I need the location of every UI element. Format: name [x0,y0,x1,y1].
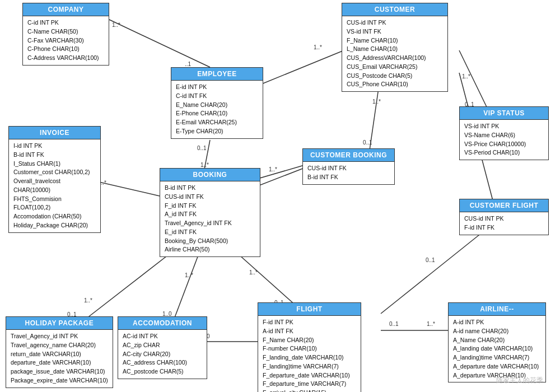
employee-header: EMPLOYEE [171,68,263,81]
company-entity: COMPANY C-id INT PK C-Name CHAR(50) C-Fa… [22,3,109,66]
customer-flight-header: CUSTOMER FLIGHT [460,199,548,212]
employee-entity: EMPLOYEE E-id INT PK C-id INT FK E_Name … [171,67,263,139]
svg-text:1..*: 1..* [112,22,120,28]
employee-body: E-id INT PK C-id INT FK E_Name CHAR(20) … [171,81,263,138]
holiday-package-entity: HOLIDAY PACKAGE Travel_Agency_id INT PK … [6,316,113,388]
svg-text:1..*: 1..* [427,321,435,327]
booking-header: BOOKING [160,169,260,181]
svg-text:1..*: 1..* [462,73,470,80]
erd-diagram: 1..* 0..1 ..1 1..* 1..* 0..1 1..* 0..1 1… [0,0,560,392]
holiday-package-body: Travel_Agency_id INT PK Travel_agency_na… [6,330,113,388]
svg-text:1..*: 1..* [200,162,209,168]
svg-line-14 [204,140,210,169]
invoice-entity: INVOICE I-id INT PK B-id INT FK I_Status… [8,126,101,233]
accomodation-header: ACCOMODATION [118,317,207,330]
customer-header: CUSTOMER [342,3,447,16]
booking-body: B-id INT PK CUS-id INT FK F_id INT FK A_… [160,181,260,256]
customer-booking-header: CUSTOMER BOOKING [303,149,394,162]
svg-text:1..*: 1..* [314,44,322,50]
holiday-package-header: HOLIDAY PACKAGE [6,317,113,330]
vip-status-entity: VIP STATUS VS-id INT PK VS-Name CHAR(6) … [459,106,549,160]
svg-text:0..1: 0..1 [363,139,372,146]
flight-header: FLIGHT [258,303,361,316]
customer-booking-entity: CUSTOMER BOOKING CUS-id INT FK B-id INT … [302,148,395,185]
customer-body: CUS-id INT PK VS-id INT FK F_Name CHAR(1… [342,16,447,91]
svg-line-9 [459,50,487,108]
company-body: C-id INT PK C-Name CHAR(50) C-Fax VARCHA… [23,16,109,65]
customer-flight-entity: CUSTOMER FLIGHT CUS-id INT PK F-id INT F… [459,199,549,235]
svg-text:1..*: 1..* [372,99,381,105]
accomodation-body: AC-id INT PK AC_zip CHAR AC-city CHAR(20… [118,330,207,379]
svg-text:0..1: 0..1 [389,321,399,327]
svg-text:1..*: 1..* [185,272,193,278]
customer-booking-body: CUS-id INT FK B-id INT FK [303,162,394,184]
airline-header: AIRLINE-- [449,303,545,316]
svg-text:1..*: 1..* [84,297,92,304]
svg-line-21 [84,246,179,320]
flight-body: F-id INT PK A-id INT FK F_Name CHAR(20) … [258,316,361,392]
customer-flight-body: CUS-id INT PK F-id INT FK [460,212,548,235]
airline-body: A-id INT PK A-id name CHAR(20) A_Name CH… [449,316,545,382]
svg-text:1..*: 1..* [249,269,258,276]
svg-text:0..1: 0..1 [426,257,435,263]
accomodation-entity: ACCOMODATION AC-id INT PK AC_zip CHAR AC… [118,316,207,379]
booking-entity: BOOKING B-id INT PK CUS-id INT FK F_id I… [160,168,260,257]
svg-line-31 [381,224,493,314]
vip-status-body: VS-id INT PK VS-Name CHAR(6) VS-Price CH… [460,120,548,160]
svg-text:0..1: 0..1 [197,145,207,151]
svg-line-0 [109,20,210,67]
svg-line-24 [174,246,202,320]
company-header: COMPANY [23,3,109,16]
invoice-header: INVOICE [9,127,100,139]
airline-entity: AIRLINE-- A-id INT PK A-id name CHAR(20)… [448,302,546,382]
customer-entity: CUSTOMER CUS-id INT PK VS-id INT FK F_Na… [342,3,448,92]
watermark: 随家主人的花季 [496,376,543,385]
invoice-body: I-id INT PK B-id INT FK I_Status CHAR(1)… [9,139,100,232]
vip-status-header: VIP STATUS [460,107,548,120]
svg-text:..1: ..1 [185,61,192,67]
svg-text:1..*: 1..* [269,166,277,172]
svg-line-4 [255,50,344,87]
flight-entity: FLIGHT F-id INT PK A-id INT FK F_Name CH… [258,302,361,392]
